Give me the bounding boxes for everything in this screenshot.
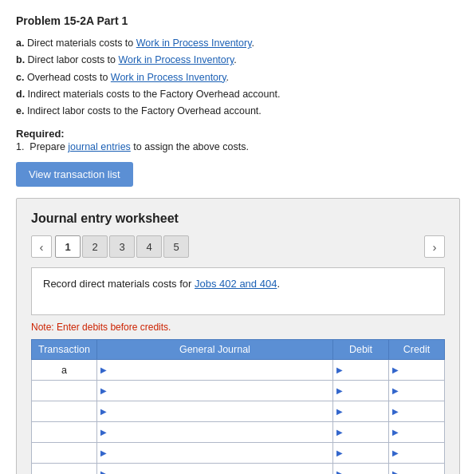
- tab-2[interactable]: 2: [82, 235, 108, 258]
- tab-prev-button[interactable]: ‹: [31, 235, 52, 258]
- debit-cell[interactable]: ▶: [333, 464, 389, 474]
- tab-4[interactable]: 4: [136, 235, 162, 258]
- debit-cell[interactable]: ▶: [333, 360, 389, 381]
- table-row: ▶ ▶ ▶: [32, 401, 445, 422]
- transaction-cell: [32, 401, 97, 422]
- table-row: ▶ ▶ ▶: [32, 381, 445, 401]
- transaction-cell: [32, 381, 97, 401]
- required-item: 1. Prepare journal entries to assign the…: [16, 141, 460, 152]
- general-journal-cell[interactable]: ▶: [96, 381, 332, 401]
- worksheet-container: Journal entry worksheet ‹ 1 2 3 4 5 › Re…: [16, 198, 460, 474]
- tab-1[interactable]: 1: [55, 235, 81, 258]
- instruction-box: Record direct materials costs for Jobs 4…: [31, 267, 445, 315]
- transaction-cell: [32, 443, 97, 464]
- tab-navigation: ‹ 1 2 3 4 5 ›: [31, 235, 445, 258]
- col-header-debit: Debit: [333, 340, 389, 360]
- credit-cell[interactable]: ▶: [389, 422, 445, 443]
- tab-5[interactable]: 5: [163, 235, 189, 258]
- credit-cell[interactable]: ▶: [389, 360, 445, 381]
- col-header-general-journal: General Journal: [96, 340, 332, 360]
- debit-cell[interactable]: ▶: [333, 401, 389, 422]
- table-row: a ▶ ▶ ▶: [32, 360, 445, 381]
- table-row: ▶ ▶ ▶: [32, 464, 445, 474]
- transaction-cell: [32, 422, 97, 443]
- general-journal-cell[interactable]: ▶: [96, 401, 332, 422]
- tab-next-button[interactable]: ›: [424, 235, 445, 258]
- tab-list: 1 2 3 4 5: [55, 235, 191, 258]
- instruction-text: Record direct materials costs for Jobs 4…: [43, 278, 280, 290]
- view-transaction-button[interactable]: View transaction list: [16, 162, 133, 187]
- col-header-credit: Credit: [389, 340, 445, 360]
- transaction-cell: [32, 464, 97, 474]
- credit-cell[interactable]: ▶: [389, 381, 445, 401]
- credit-cell[interactable]: ▶: [389, 401, 445, 422]
- general-journal-cell[interactable]: ▶: [96, 443, 332, 464]
- problem-title: Problem 15-2A Part 1: [16, 14, 460, 27]
- table-row: ▶ ▶ ▶: [32, 443, 445, 464]
- table-row: ▶ ▶ ▶: [32, 422, 445, 443]
- general-journal-cell[interactable]: ▶: [96, 422, 332, 443]
- required-section: Required: 1. Prepare journal entries to …: [16, 128, 460, 152]
- credit-cell[interactable]: ▶: [389, 464, 445, 474]
- col-header-transaction: Transaction: [32, 340, 97, 360]
- note-text: Note: Enter debits before credits.: [31, 322, 445, 333]
- debit-cell[interactable]: ▶: [333, 381, 389, 401]
- transaction-cell: a: [32, 360, 97, 381]
- general-journal-cell[interactable]: ▶: [96, 464, 332, 474]
- debit-cell[interactable]: ▶: [333, 443, 389, 464]
- tab-3[interactable]: 3: [109, 235, 135, 258]
- debit-cell[interactable]: ▶: [333, 422, 389, 443]
- general-journal-cell[interactable]: ▶: [96, 360, 332, 381]
- required-label: Required:: [16, 128, 460, 140]
- problem-list: a. Direct materials costs to Work in Pro…: [16, 35, 460, 120]
- credit-cell[interactable]: ▶: [389, 443, 445, 464]
- worksheet-title: Journal entry worksheet: [31, 211, 445, 226]
- journal-table: Transaction General Journal Debit Credit…: [31, 339, 445, 474]
